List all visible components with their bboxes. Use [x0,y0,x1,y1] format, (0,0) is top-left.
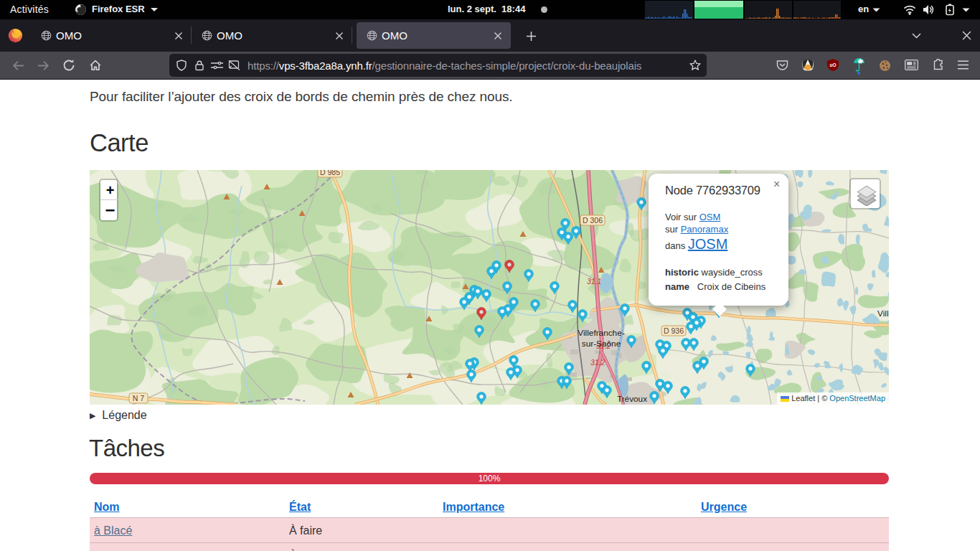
svg-text:uO: uO [829,62,836,67]
svg-text:Villefranche-: Villefranche- [578,328,624,338]
svg-text:31.1: 31.1 [587,277,601,286]
svg-text:Trévoux: Trévoux [617,394,647,404]
svg-text:Villa: Villa [877,309,889,319]
svg-text:sur-Saône: sur-Saône [582,339,621,349]
svg-text:D 306: D 306 [583,216,603,225]
svg-text:D 985: D 985 [320,170,340,176]
svg-text:31.2: 31.2 [590,358,606,367]
svg-text:N 7: N 7 [133,394,145,402]
svg-text:D 936: D 936 [664,326,684,335]
